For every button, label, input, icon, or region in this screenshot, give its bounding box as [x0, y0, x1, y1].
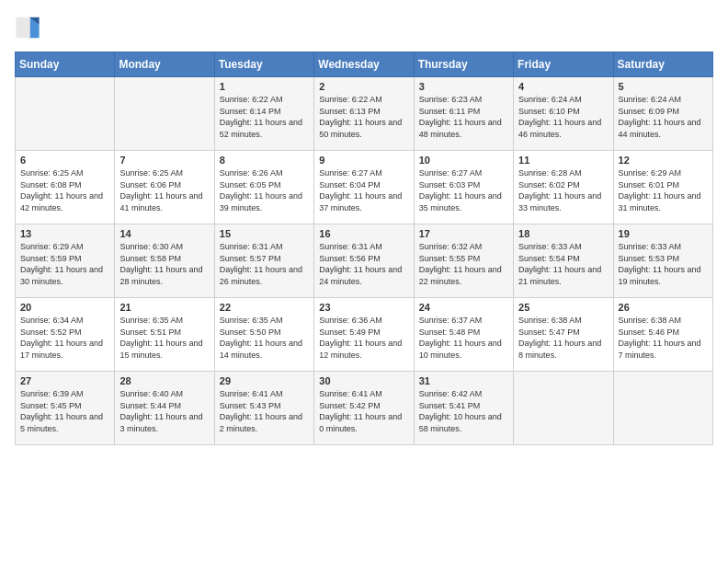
calendar-table: SundayMondayTuesdayWednesdayThursdayFrid… [15, 52, 713, 445]
calendar-cell: 27Sunrise: 6:39 AM Sunset: 5:45 PM Dayli… [16, 372, 115, 445]
day-info: Sunrise: 6:35 AM Sunset: 5:50 PM Dayligh… [220, 315, 309, 361]
calendar-cell: 15Sunrise: 6:31 AM Sunset: 5:57 PM Dayli… [214, 224, 313, 298]
calendar-cell: 28Sunrise: 6:40 AM Sunset: 5:44 PM Dayli… [115, 372, 214, 445]
day-number: 26 [619, 302, 708, 313]
week-row-4: 20Sunrise: 6:34 AM Sunset: 5:52 PM Dayli… [16, 298, 713, 372]
day-number: 16 [319, 228, 408, 239]
day-number: 27 [20, 375, 109, 386]
calendar-cell: 30Sunrise: 6:41 AM Sunset: 5:42 PM Dayli… [314, 372, 414, 445]
logo-icon [15, 15, 40, 40]
calendar-cell: 14Sunrise: 6:30 AM Sunset: 5:58 PM Dayli… [115, 224, 214, 298]
day-info: Sunrise: 6:30 AM Sunset: 5:58 PM Dayligh… [119, 241, 209, 287]
logo [15, 15, 44, 40]
day-number: 20 [20, 302, 109, 313]
day-info: Sunrise: 6:31 AM Sunset: 5:56 PM Dayligh… [319, 241, 408, 287]
calendar-cell: 1Sunrise: 6:22 AM Sunset: 6:14 PM Daylig… [214, 77, 313, 151]
weekday-header-row: SundayMondayTuesdayWednesdayThursdayFrid… [16, 52, 713, 77]
day-number: 2 [319, 81, 408, 92]
day-info: Sunrise: 6:41 AM Sunset: 5:43 PM Dayligh… [220, 388, 309, 434]
week-row-1: 1Sunrise: 6:22 AM Sunset: 6:14 PM Daylig… [16, 77, 713, 151]
day-info: Sunrise: 6:27 AM Sunset: 6:04 PM Dayligh… [319, 167, 408, 213]
day-number: 19 [619, 228, 708, 239]
day-info: Sunrise: 6:25 AM Sunset: 6:08 PM Dayligh… [20, 167, 109, 213]
day-number: 14 [119, 228, 209, 239]
calendar-cell: 26Sunrise: 6:38 AM Sunset: 5:46 PM Dayli… [613, 298, 712, 372]
calendar-cell: 31Sunrise: 6:42 AM Sunset: 5:41 PM Dayli… [414, 372, 513, 445]
day-info: Sunrise: 6:33 AM Sunset: 5:54 PM Dayligh… [518, 241, 608, 287]
week-row-5: 27Sunrise: 6:39 AM Sunset: 5:45 PM Dayli… [16, 372, 713, 445]
calendar-cell: 13Sunrise: 6:29 AM Sunset: 5:59 PM Dayli… [16, 224, 115, 298]
day-number: 17 [419, 228, 508, 239]
day-info: Sunrise: 6:26 AM Sunset: 6:05 PM Dayligh… [220, 167, 309, 213]
calendar-cell: 9Sunrise: 6:27 AM Sunset: 6:04 PM Daylig… [314, 151, 414, 224]
calendar-cell: 7Sunrise: 6:25 AM Sunset: 6:06 PM Daylig… [115, 151, 214, 224]
weekday-header-saturday: Saturday [613, 52, 712, 77]
calendar-cell [115, 77, 214, 151]
day-info: Sunrise: 6:29 AM Sunset: 5:59 PM Dayligh… [20, 241, 109, 287]
calendar-cell: 21Sunrise: 6:35 AM Sunset: 5:51 PM Dayli… [115, 298, 214, 372]
calendar-cell: 16Sunrise: 6:31 AM Sunset: 5:56 PM Dayli… [314, 224, 414, 298]
calendar-cell: 11Sunrise: 6:28 AM Sunset: 6:02 PM Dayli… [514, 151, 613, 224]
calendar-cell: 22Sunrise: 6:35 AM Sunset: 5:50 PM Dayli… [214, 298, 313, 372]
calendar-cell: 5Sunrise: 6:24 AM Sunset: 6:09 PM Daylig… [613, 77, 712, 151]
calendar-cell [613, 372, 712, 445]
calendar-cell: 19Sunrise: 6:33 AM Sunset: 5:53 PM Dayli… [613, 224, 712, 298]
day-info: Sunrise: 6:28 AM Sunset: 6:02 PM Dayligh… [518, 167, 608, 213]
day-number: 15 [220, 228, 309, 239]
weekday-header-thursday: Thursday [414, 52, 513, 77]
day-number: 25 [518, 302, 608, 313]
day-number: 5 [619, 81, 708, 92]
day-number: 4 [518, 81, 608, 92]
day-number: 1 [220, 81, 309, 92]
day-info: Sunrise: 6:23 AM Sunset: 6:11 PM Dayligh… [419, 94, 508, 140]
day-number: 21 [119, 302, 209, 313]
calendar-cell: 23Sunrise: 6:36 AM Sunset: 5:49 PM Dayli… [314, 298, 414, 372]
calendar-cell: 29Sunrise: 6:41 AM Sunset: 5:43 PM Dayli… [214, 372, 313, 445]
day-info: Sunrise: 6:27 AM Sunset: 6:03 PM Dayligh… [419, 167, 508, 213]
page-header [15, 15, 713, 40]
calendar-cell: 12Sunrise: 6:29 AM Sunset: 6:01 PM Dayli… [613, 151, 712, 224]
calendar-cell: 20Sunrise: 6:34 AM Sunset: 5:52 PM Dayli… [16, 298, 115, 372]
day-info: Sunrise: 6:38 AM Sunset: 5:46 PM Dayligh… [619, 315, 708, 361]
day-info: Sunrise: 6:37 AM Sunset: 5:48 PM Dayligh… [419, 315, 508, 361]
calendar-cell: 2Sunrise: 6:22 AM Sunset: 6:13 PM Daylig… [314, 77, 414, 151]
day-info: Sunrise: 6:41 AM Sunset: 5:42 PM Dayligh… [319, 388, 408, 434]
day-number: 3 [419, 81, 508, 92]
calendar-cell: 4Sunrise: 6:24 AM Sunset: 6:10 PM Daylig… [514, 77, 613, 151]
day-info: Sunrise: 6:25 AM Sunset: 6:06 PM Dayligh… [119, 167, 209, 213]
calendar-cell: 8Sunrise: 6:26 AM Sunset: 6:05 PM Daylig… [214, 151, 313, 224]
week-row-3: 13Sunrise: 6:29 AM Sunset: 5:59 PM Dayli… [16, 224, 713, 298]
day-number: 30 [319, 375, 408, 386]
calendar-cell: 17Sunrise: 6:32 AM Sunset: 5:55 PM Dayli… [414, 224, 513, 298]
calendar-cell [16, 77, 115, 151]
weekday-header-sunday: Sunday [16, 52, 115, 77]
calendar-cell: 24Sunrise: 6:37 AM Sunset: 5:48 PM Dayli… [414, 298, 513, 372]
day-number: 7 [119, 155, 209, 166]
day-info: Sunrise: 6:35 AM Sunset: 5:51 PM Dayligh… [119, 315, 209, 361]
day-number: 11 [518, 155, 608, 166]
svg-rect-3 [16, 17, 29, 38]
day-number: 12 [619, 155, 708, 166]
day-info: Sunrise: 6:22 AM Sunset: 6:13 PM Dayligh… [319, 94, 408, 140]
day-number: 10 [419, 155, 508, 166]
calendar-cell [514, 372, 613, 445]
day-info: Sunrise: 6:38 AM Sunset: 5:47 PM Dayligh… [518, 315, 608, 361]
day-info: Sunrise: 6:22 AM Sunset: 6:14 PM Dayligh… [220, 94, 309, 140]
day-number: 13 [20, 228, 109, 239]
day-info: Sunrise: 6:24 AM Sunset: 6:10 PM Dayligh… [518, 94, 608, 140]
weekday-header-tuesday: Tuesday [214, 52, 313, 77]
day-number: 9 [319, 155, 408, 166]
weekday-header-wednesday: Wednesday [314, 52, 414, 77]
day-info: Sunrise: 6:42 AM Sunset: 5:41 PM Dayligh… [419, 388, 508, 434]
day-info: Sunrise: 6:24 AM Sunset: 6:09 PM Dayligh… [619, 94, 708, 140]
weekday-header-friday: Friday [514, 52, 613, 77]
day-number: 18 [518, 228, 608, 239]
day-info: Sunrise: 6:39 AM Sunset: 5:45 PM Dayligh… [20, 388, 109, 434]
day-number: 29 [220, 375, 309, 386]
calendar-cell: 25Sunrise: 6:38 AM Sunset: 5:47 PM Dayli… [514, 298, 613, 372]
day-info: Sunrise: 6:34 AM Sunset: 5:52 PM Dayligh… [20, 315, 109, 361]
calendar-cell: 10Sunrise: 6:27 AM Sunset: 6:03 PM Dayli… [414, 151, 513, 224]
day-info: Sunrise: 6:32 AM Sunset: 5:55 PM Dayligh… [419, 241, 508, 287]
day-number: 8 [220, 155, 309, 166]
day-number: 6 [20, 155, 109, 166]
